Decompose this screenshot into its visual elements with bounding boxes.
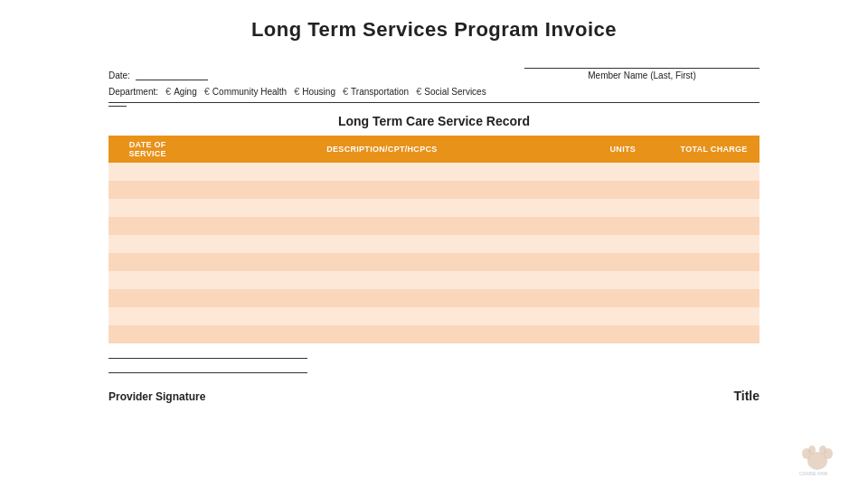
table-row xyxy=(108,181,760,199)
checkbox-social-services[interactable]: € Social Services xyxy=(416,86,486,97)
table-cell[interactable] xyxy=(186,271,577,289)
table-cell[interactable] xyxy=(577,181,668,199)
table-cell[interactable] xyxy=(186,163,577,181)
table-cell[interactable] xyxy=(668,181,760,199)
table-row xyxy=(108,199,760,217)
member-name-field: Member Name (Last, First) xyxy=(524,58,760,80)
table-cell[interactable] xyxy=(668,235,760,253)
checkbox-housing[interactable]: € Housing xyxy=(294,86,335,97)
table-cell[interactable] xyxy=(108,325,186,343)
table-cell[interactable] xyxy=(577,271,668,289)
col-header-charge: TOTAL CHARGE xyxy=(668,136,760,163)
date-input-line[interactable] xyxy=(136,70,208,80)
table-row xyxy=(108,235,760,253)
checkbox-symbol-social: € xyxy=(416,86,421,97)
table-cell[interactable] xyxy=(108,235,186,253)
table-cell[interactable] xyxy=(108,289,186,307)
date-label: Date: xyxy=(108,70,130,80)
aging-label: Aging xyxy=(174,87,197,97)
svg-point-4 xyxy=(819,446,826,455)
table-cell[interactable] xyxy=(668,163,760,181)
member-name-line[interactable] xyxy=(524,58,760,69)
table-cell[interactable] xyxy=(668,325,760,343)
divider-line-top xyxy=(108,102,760,103)
housing-label: Housing xyxy=(302,87,335,97)
table-cell[interactable] xyxy=(577,325,668,343)
table-cell[interactable] xyxy=(108,181,186,199)
table-cell[interactable] xyxy=(668,253,760,271)
signature-section: Provider Signature Title xyxy=(108,358,760,403)
table-cell[interactable] xyxy=(668,307,760,325)
table-cell[interactable] xyxy=(186,307,577,325)
member-name-label: Member Name (Last, First) xyxy=(588,70,695,80)
table-cell[interactable] xyxy=(186,181,577,199)
table-cell[interactable] xyxy=(668,217,760,235)
svg-point-3 xyxy=(808,446,816,455)
table-cell[interactable] xyxy=(186,253,577,271)
department-row: Department: € Aging € Community Health €… xyxy=(108,86,760,97)
table-cell[interactable] xyxy=(108,271,186,289)
col-header-units: UNITS xyxy=(577,136,668,163)
table-cell[interactable] xyxy=(577,235,668,253)
signature-left: Provider Signature xyxy=(108,358,307,403)
table-cell[interactable] xyxy=(577,307,668,325)
title-label: Title xyxy=(733,389,760,403)
table-row xyxy=(108,271,760,289)
signature-label: Provider Signature xyxy=(108,390,307,403)
table-row xyxy=(108,289,760,307)
col-header-date: DATE OFSERVICE xyxy=(108,136,186,163)
checkbox-aging[interactable]: € Aging xyxy=(165,86,197,97)
svg-text:CANINE PAW: CANINE PAW xyxy=(799,471,827,475)
table-cell[interactable] xyxy=(577,199,668,217)
table-cell[interactable] xyxy=(577,217,668,235)
table-row xyxy=(108,253,760,271)
table-cell[interactable] xyxy=(186,217,577,235)
checkbox-symbol-aging: € xyxy=(165,86,171,97)
table-cell[interactable] xyxy=(186,289,577,307)
community-health-label: Community Health xyxy=(212,87,287,97)
table-cell[interactable] xyxy=(577,253,668,271)
table-cell[interactable] xyxy=(186,199,577,217)
table-cell[interactable] xyxy=(108,217,186,235)
table-cell[interactable] xyxy=(108,253,186,271)
service-table: DATE OFSERVICE DESCRIPTION/CPT/HCPCS UNI… xyxy=(108,136,760,343)
checkbox-community-health[interactable]: € Community Health xyxy=(204,86,287,97)
checkbox-symbol-transportation: € xyxy=(343,86,348,97)
table-cell[interactable] xyxy=(668,271,760,289)
checkbox-transportation[interactable]: € Transportation xyxy=(343,86,409,97)
department-label: Department: xyxy=(108,87,158,97)
transportation-label: Transportation xyxy=(351,87,409,97)
table-cell[interactable] xyxy=(108,307,186,325)
date-field: Date: xyxy=(108,70,208,80)
checkbox-symbol-housing: € xyxy=(294,86,299,97)
section-title: Long Term Care Service Record xyxy=(108,114,760,128)
signature-line-2[interactable] xyxy=(108,372,307,383)
table-cell[interactable] xyxy=(186,235,577,253)
table-row xyxy=(108,163,760,181)
table-row xyxy=(108,217,760,235)
service-table-container: DATE OFSERVICE DESCRIPTION/CPT/HCPCS UNI… xyxy=(108,136,760,343)
table-row xyxy=(108,325,760,343)
divider-line-short xyxy=(108,106,127,107)
page-title: Long Term Services Program Invoice xyxy=(108,18,760,42)
header-row: Date: Member Name (Last, First) xyxy=(108,58,760,80)
table-cell[interactable] xyxy=(668,199,760,217)
table-cell[interactable] xyxy=(577,163,668,181)
paw-watermark: CANINE PAW xyxy=(794,436,841,475)
table-cell[interactable] xyxy=(108,163,186,181)
table-body xyxy=(108,163,760,343)
table-cell[interactable] xyxy=(108,199,186,217)
social-services-label: Social Services xyxy=(424,87,486,97)
page-container: Long Term Services Program Invoice Date:… xyxy=(0,0,868,488)
table-cell[interactable] xyxy=(577,289,668,307)
table-row xyxy=(108,307,760,325)
table-header-row: DATE OFSERVICE DESCRIPTION/CPT/HCPCS UNI… xyxy=(108,136,760,163)
signature-line-1[interactable] xyxy=(108,358,307,369)
checkbox-symbol-community-health: € xyxy=(204,86,210,97)
table-cell[interactable] xyxy=(186,325,577,343)
table-cell[interactable] xyxy=(668,289,760,307)
col-header-desc: DESCRIPTION/CPT/HCPCS xyxy=(186,136,577,163)
